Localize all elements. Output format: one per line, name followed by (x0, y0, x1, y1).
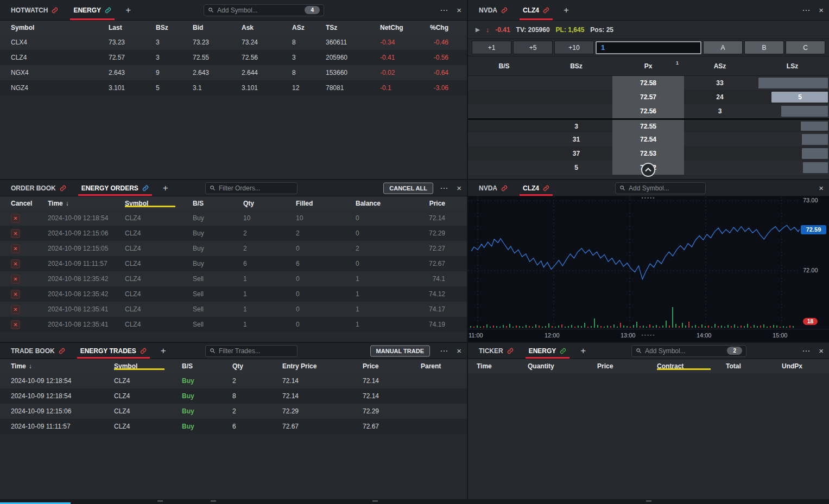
col-cancel[interactable]: Cancel (0, 200, 37, 207)
bid-size-cell[interactable]: 5 (540, 161, 612, 175)
add-tab-button[interactable]: + (156, 180, 175, 196)
bs-cell[interactable] (468, 76, 540, 90)
col-symbol[interactable]: Symbol (114, 200, 182, 207)
manual-trade-button[interactable]: MANUAL TRADE (370, 345, 430, 356)
col-filled[interactable]: Filled (285, 200, 345, 207)
price-cell[interactable]: 72.54 (612, 132, 684, 146)
last-size-cell[interactable] (756, 132, 829, 146)
link-icon[interactable] (560, 348, 566, 354)
panel-close-icon[interactable]: × (819, 184, 824, 192)
cancel-all-button[interactable]: CANCEL ALL (383, 182, 433, 194)
ask-size-cell[interactable] (684, 120, 756, 132)
preset-b-button[interactable]: B (744, 41, 784, 54)
col-total[interactable]: Total (717, 362, 773, 370)
watchlist-row[interactable]: CLZ4 72.57 3 72.55 72.56 3 205960 -0.41 … (0, 50, 467, 65)
panel-close-icon[interactable]: × (457, 6, 461, 14)
col-bs[interactable]: B/S (182, 200, 232, 207)
add-tab-button[interactable]: + (574, 343, 592, 359)
add-tab-button[interactable]: + (119, 0, 137, 20)
tab-energy-trades[interactable]: ENERGY TRADES (73, 343, 154, 359)
col-entry-price[interactable]: Entry Price (271, 362, 352, 370)
panel-menu-icon[interactable]: ⋯ (440, 347, 448, 355)
cancel-order-button[interactable]: × (11, 244, 20, 253)
col-balance[interactable]: Balance (345, 200, 418, 207)
axis-drag-handle[interactable]: ••••• (642, 333, 656, 338)
order-row[interactable]: × 2024-10-08 12:35:42 CLZ4 Sell 1 0 1 74… (0, 286, 467, 302)
link-icon[interactable] (507, 348, 514, 354)
col-qty[interactable]: Qty (222, 362, 271, 370)
watchlist-row[interactable]: CLX4 73.23 3 73.23 73.24 8 360611 -0.34 … (0, 35, 467, 50)
last-size-cell[interactable] (756, 76, 829, 90)
ask-size-cell[interactable] (684, 132, 756, 146)
order-row[interactable]: × 2024-10-09 12:18:54 CLZ4 Buy 10 10 0 7… (0, 210, 467, 226)
tab-clz4-dom[interactable]: CLZ4 (515, 0, 557, 20)
link-icon[interactable] (501, 7, 508, 14)
add-tab-button[interactable]: + (154, 343, 173, 359)
col-time[interactable]: Time↓ (0, 362, 103, 370)
tab-hotwatch[interactable]: HOTWATCH (0, 0, 66, 20)
bid-size-cell[interactable]: 3 (540, 120, 612, 132)
add-symbol-input[interactable] (645, 347, 724, 355)
preset-c-button[interactable]: C (786, 41, 825, 54)
filter-orders-input[interactable] (219, 184, 293, 192)
bs-cell[interactable] (468, 132, 540, 146)
order-row[interactable]: × 2024-10-09 11:11:57 CLZ4 Buy 6 6 0 72.… (0, 256, 467, 271)
trade-row[interactable]: 2024-10-09 12:15:06 CLZ4 Buy 2 72.29 72.… (0, 404, 467, 419)
watchlist-row[interactable]: NGZ4 3.101 5 3.1 3.101 12 78081 -0.1 -3.… (0, 80, 467, 95)
last-size-cell[interactable]: 5 (756, 90, 829, 104)
col-asz[interactable]: ASz (281, 24, 315, 31)
bid-size-cell[interactable] (540, 76, 612, 90)
col-contract[interactable]: Contract (648, 362, 717, 370)
col-ask[interactable]: Ask (231, 24, 281, 31)
link-icon[interactable] (142, 185, 149, 192)
bs-cell[interactable] (468, 90, 540, 104)
tab-trade-book[interactable]: TRADE BOOK (0, 343, 73, 359)
order-row[interactable]: × 2024-10-09 12:15:05 CLZ4 Buy 2 0 2 72.… (0, 241, 467, 256)
order-row[interactable]: × 2024-10-08 12:35:42 CLZ4 Sell 1 0 1 74… (0, 271, 467, 286)
col-price[interactable]: Price (352, 362, 410, 370)
last-size-cell[interactable] (756, 120, 829, 132)
tab-energy[interactable]: ENERGY (66, 0, 119, 20)
recenter-button[interactable] (641, 163, 655, 177)
col-quantity[interactable]: Quantity (519, 362, 588, 370)
qty-plus1-button[interactable]: +1 (472, 41, 511, 54)
bs-cell[interactable] (468, 146, 540, 161)
tab-nvda-dom[interactable]: NVDA (468, 0, 515, 20)
cancel-order-button[interactable]: × (11, 229, 20, 238)
trade-row[interactable]: 2024-10-09 12:18:54 CLZ4 Buy 8 72.14 72.… (0, 388, 467, 404)
tab-order-book[interactable]: ORDER BOOK (0, 180, 74, 196)
col-asz[interactable]: ASz (684, 62, 756, 70)
col-price[interactable]: Price (588, 362, 648, 370)
panel-close-icon[interactable]: × (819, 6, 824, 14)
cancel-order-button[interactable]: × (11, 214, 20, 223)
bs-cell[interactable] (468, 120, 540, 132)
price-chart[interactable]: ••••• 72.59 18 73.0072.00 (468, 196, 829, 329)
bs-cell[interactable] (468, 104, 540, 118)
price-cell[interactable]: 72.58 (612, 76, 684, 90)
chart-drag-handle[interactable]: ••••• (642, 195, 656, 201)
col-tsz[interactable]: TSz (315, 24, 369, 31)
trade-row[interactable]: 2024-10-09 12:18:54 CLZ4 Buy 2 72.14 72.… (0, 373, 467, 388)
qty-plus5-button[interactable]: +5 (513, 41, 553, 54)
link-icon[interactable] (59, 348, 65, 354)
panel-close-icon[interactable]: × (457, 184, 461, 192)
price-cell[interactable]: 72.53 (612, 146, 684, 161)
cancel-order-button[interactable]: × (11, 305, 20, 314)
bid-size-cell[interactable] (540, 104, 612, 118)
tab-clz4-chart[interactable]: CLZ4 (515, 180, 557, 196)
panel-menu-icon[interactable]: ⋯ (440, 184, 448, 192)
chart-canvas[interactable] (468, 196, 800, 329)
last-size-cell[interactable] (756, 104, 829, 118)
cancel-order-button[interactable]: × (11, 320, 20, 329)
last-size-cell[interactable] (756, 161, 829, 175)
bs-cell[interactable] (468, 161, 540, 175)
price-cell[interactable]: 72.56 (612, 104, 684, 118)
bid-size-cell[interactable]: 37 (540, 146, 612, 161)
ask-size-cell[interactable] (684, 146, 756, 161)
link-icon[interactable] (543, 185, 549, 192)
tab-energy-orders[interactable]: ENERGY ORDERS (74, 180, 156, 196)
panel-menu-icon[interactable]: ⋯ (440, 6, 448, 14)
qty-input[interactable] (596, 41, 701, 54)
tab-nvda-chart[interactable]: NVDA (468, 180, 515, 196)
col-bs[interactable]: B/S (171, 362, 222, 370)
